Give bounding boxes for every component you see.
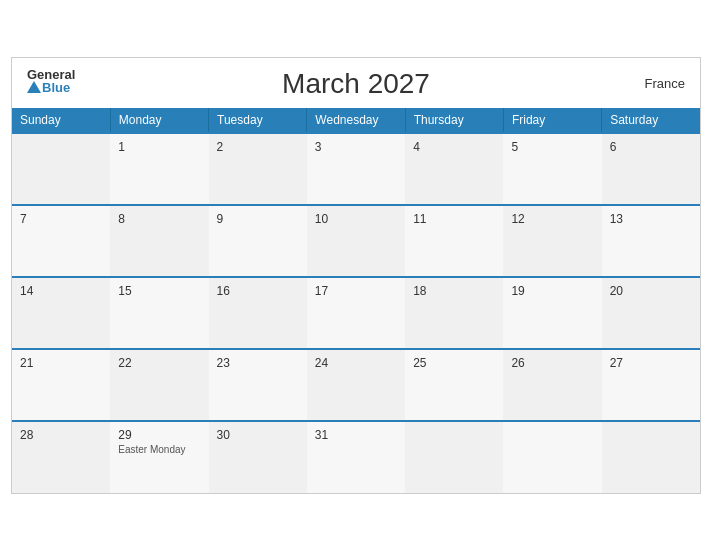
calendar-cell: 24 — [307, 349, 405, 421]
calendar-cell: 11 — [405, 205, 503, 277]
day-number: 26 — [511, 356, 524, 370]
day-number: 8 — [118, 212, 125, 226]
calendar-cell — [503, 421, 601, 493]
country-label: France — [645, 76, 685, 91]
event-label: Easter Monday — [118, 444, 200, 455]
calendar-cell: 26 — [503, 349, 601, 421]
day-number: 28 — [20, 428, 33, 442]
calendar-cell: 29Easter Monday — [110, 421, 208, 493]
day-number: 18 — [413, 284, 426, 298]
calendar-week-row: 14151617181920 — [12, 277, 700, 349]
calendar-cell: 18 — [405, 277, 503, 349]
day-number: 21 — [20, 356, 33, 370]
day-number: 25 — [413, 356, 426, 370]
day-number: 3 — [315, 140, 322, 154]
calendar-week-row: 2829Easter Monday3031 — [12, 421, 700, 493]
calendar-cell: 20 — [602, 277, 700, 349]
calendar-cell: 7 — [12, 205, 110, 277]
day-number: 27 — [610, 356, 623, 370]
calendar-cell: 5 — [503, 133, 601, 205]
calendar-cell: 1 — [110, 133, 208, 205]
calendar-cell: 15 — [110, 277, 208, 349]
logo-blue-row: Blue — [27, 81, 70, 94]
calendar-grid: SundayMondayTuesdayWednesdayThursdayFrid… — [12, 108, 700, 493]
day-number: 17 — [315, 284, 328, 298]
day-number: 2 — [217, 140, 224, 154]
logo-area: General Blue — [27, 68, 75, 94]
calendar-cell: 30 — [209, 421, 307, 493]
logo-general-text: General — [27, 68, 75, 81]
logo-blue-text: Blue — [42, 81, 70, 94]
day-number: 15 — [118, 284, 131, 298]
day-number: 19 — [511, 284, 524, 298]
column-header-tuesday: Tuesday — [209, 108, 307, 133]
calendar-cell: 21 — [12, 349, 110, 421]
calendar-cell: 16 — [209, 277, 307, 349]
calendar-cell: 14 — [12, 277, 110, 349]
calendar-cell: 8 — [110, 205, 208, 277]
calendar-cell: 4 — [405, 133, 503, 205]
column-header-row: SundayMondayTuesdayWednesdayThursdayFrid… — [12, 108, 700, 133]
day-number: 7 — [20, 212, 27, 226]
day-number: 23 — [217, 356, 230, 370]
calendar-cell: 2 — [209, 133, 307, 205]
day-number: 5 — [511, 140, 518, 154]
calendar-cell: 22 — [110, 349, 208, 421]
day-number: 6 — [610, 140, 617, 154]
day-number: 11 — [413, 212, 426, 226]
calendar-cell: 12 — [503, 205, 601, 277]
logo-triangle-icon — [27, 81, 41, 93]
column-header-saturday: Saturday — [602, 108, 700, 133]
column-header-sunday: Sunday — [12, 108, 110, 133]
day-number: 9 — [217, 212, 224, 226]
calendar-cell: 13 — [602, 205, 700, 277]
calendar-cell: 19 — [503, 277, 601, 349]
day-number: 14 — [20, 284, 33, 298]
day-number: 1 — [118, 140, 125, 154]
day-number: 13 — [610, 212, 623, 226]
calendar-cell: 31 — [307, 421, 405, 493]
column-header-friday: Friday — [503, 108, 601, 133]
calendar-header: General Blue March 2027 France — [12, 58, 700, 108]
column-header-thursday: Thursday — [405, 108, 503, 133]
calendar-cell — [405, 421, 503, 493]
day-number: 31 — [315, 428, 328, 442]
column-header-wednesday: Wednesday — [307, 108, 405, 133]
calendar-cell: 28 — [12, 421, 110, 493]
day-number: 24 — [315, 356, 328, 370]
day-number: 12 — [511, 212, 524, 226]
calendar-cell: 10 — [307, 205, 405, 277]
calendar-container: General Blue March 2027 France SundayMon… — [11, 57, 701, 494]
day-number: 30 — [217, 428, 230, 442]
calendar-week-row: 21222324252627 — [12, 349, 700, 421]
day-number: 4 — [413, 140, 420, 154]
calendar-cell: 9 — [209, 205, 307, 277]
calendar-week-row: 78910111213 — [12, 205, 700, 277]
day-number: 29 — [118, 428, 131, 442]
day-number: 16 — [217, 284, 230, 298]
calendar-cell — [12, 133, 110, 205]
calendar-cell: 23 — [209, 349, 307, 421]
calendar-cell: 27 — [602, 349, 700, 421]
calendar-cell: 25 — [405, 349, 503, 421]
calendar-cell: 3 — [307, 133, 405, 205]
calendar-title: March 2027 — [282, 68, 430, 100]
day-number: 10 — [315, 212, 328, 226]
day-number: 22 — [118, 356, 131, 370]
calendar-cell: 17 — [307, 277, 405, 349]
day-number: 20 — [610, 284, 623, 298]
calendar-cell — [602, 421, 700, 493]
calendar-cell: 6 — [602, 133, 700, 205]
column-header-monday: Monday — [110, 108, 208, 133]
calendar-week-row: 123456 — [12, 133, 700, 205]
